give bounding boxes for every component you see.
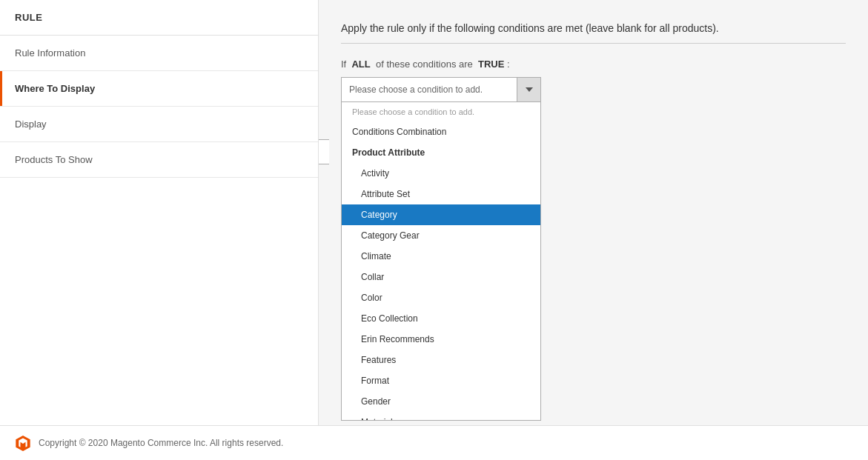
- content-area: Apply the rule only if the following con…: [319, 0, 868, 425]
- sidebar-item-display[interactable]: Display: [0, 107, 318, 142]
- partial-left-border: [319, 139, 329, 164]
- condition-mid: of these conditions are: [376, 59, 473, 70]
- dropdown-item-product-attribute-header[interactable]: Product Attribute: [342, 142, 540, 163]
- chevron-down-icon: [526, 86, 533, 93]
- condition-prefix: If: [341, 59, 346, 70]
- footer: Copyright © 2020 Magento Commerce Inc. A…: [0, 425, 868, 460]
- sidebar-link-where-to-display[interactable]: Where To Display: [0, 71, 318, 106]
- dropdown-item-attribute-set[interactable]: Attribute Set: [342, 184, 540, 204]
- dropdown-trigger-text: Please choose a condition to add.: [342, 79, 517, 100]
- dropdown-item-conditions-combination[interactable]: Conditions Combination: [342, 121, 540, 142]
- condition-all: ALL: [351, 59, 370, 70]
- condition-true: TRUE: [478, 59, 504, 70]
- dropdown-item-category-gear[interactable]: Category Gear: [342, 225, 540, 246]
- dropdown-item-collar[interactable]: Collar: [342, 267, 540, 287]
- dropdown-menu[interactable]: Please choose a condition to add.Conditi…: [341, 102, 541, 421]
- section-title-text: Apply the rule only if the following con…: [341, 22, 719, 34]
- magento-logo: [15, 435, 31, 451]
- dropdown-item-gender[interactable]: Gender: [342, 391, 540, 412]
- condition-colon: :: [507, 59, 510, 70]
- condition-dropdown-trigger[interactable]: Please choose a condition to add.: [341, 77, 541, 102]
- footer-copyright: Copyright © 2020 Magento Commerce Inc. A…: [39, 438, 283, 448]
- sidebar-item-rule-information[interactable]: Rule Information: [0, 36, 318, 71]
- sidebar-link-rule-information[interactable]: Rule Information: [0, 36, 318, 70]
- dropdown-item-format[interactable]: Format: [342, 370, 540, 391]
- dropdown-item-color[interactable]: Color: [342, 287, 540, 308]
- main-content: RULE Rule InformationWhere To DisplayDis…: [0, 0, 868, 425]
- dropdown-item-category[interactable]: Category: [342, 204, 540, 225]
- section-title: Apply the rule only if the following con…: [341, 22, 846, 44]
- condition-row: If ALL of these conditions are TRUE :: [341, 59, 846, 70]
- sidebar-item-where-to-display[interactable]: Where To Display: [0, 71, 318, 107]
- dropdown-item-features[interactable]: Features: [342, 350, 540, 370]
- dropdown-chevron-button[interactable]: [517, 78, 540, 101]
- condition-dropdown-container: Please choose a condition to add. Please…: [341, 77, 541, 102]
- page-wrapper: RULE Rule InformationWhere To DisplayDis…: [0, 0, 868, 460]
- sidebar-nav: Rule InformationWhere To DisplayDisplayP…: [0, 36, 318, 178]
- sidebar-link-display[interactable]: Display: [0, 107, 318, 141]
- sidebar-title: RULE: [15, 12, 42, 23]
- dropdown-item-placeholder[interactable]: Please choose a condition to add.: [342, 102, 540, 121]
- sidebar-item-products-to-show[interactable]: Products To Show: [0, 142, 318, 178]
- dropdown-item-eco-collection[interactable]: Eco Collection: [342, 308, 540, 329]
- dropdown-item-climate[interactable]: Climate: [342, 246, 540, 267]
- sidebar-header: RULE: [0, 0, 318, 36]
- dropdown-item-activity[interactable]: Activity: [342, 163, 540, 184]
- dropdown-item-material[interactable]: Material: [342, 412, 540, 421]
- sidebar: RULE Rule InformationWhere To DisplayDis…: [0, 0, 319, 425]
- sidebar-link-products-to-show[interactable]: Products To Show: [0, 142, 318, 177]
- dropdown-item-erin-recommends[interactable]: Erin Recommends: [342, 329, 540, 350]
